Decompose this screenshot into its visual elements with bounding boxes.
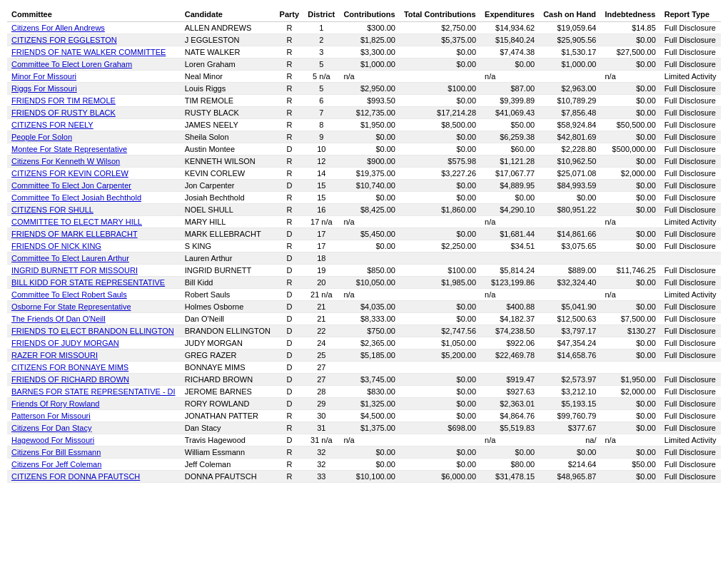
committee-cell[interactable]: BILL KIDD FOR STATE REPRESENTATIVE — [7, 277, 181, 289]
district-cell: 31 n/a — [303, 434, 339, 446]
candidate-cell: MARK ELLEBRACHT — [181, 228, 275, 240]
contributions-cell: $830.00 — [339, 386, 400, 398]
committee-cell[interactable]: FRIENDS FOR TIM REMOLE — [7, 95, 181, 107]
committee-cell[interactable]: FRIENDS OF RICHARD BROWN — [7, 374, 181, 386]
committee-link[interactable]: FRIENDS OF NICK KING — [11, 242, 101, 250]
cash-on-hand-cell: $32,324.40 — [539, 277, 600, 289]
committee-cell[interactable]: Osborne For State Representative — [7, 301, 181, 313]
committee-link[interactable]: FRIENDS TO ELECT BRANDON ELLINGTON — [11, 327, 174, 335]
committee-cell[interactable]: Citizens For Dan Stacy — [7, 422, 181, 434]
table-row: Riggs For MissouriLouis RiggsR5$2,950.00… — [7, 83, 721, 95]
committee-link[interactable]: CITIZENS FOR EGGLESTON — [11, 36, 117, 44]
indebtedness-cell: $0.00 — [600, 58, 659, 71]
committee-cell[interactable]: BARNES FOR STATE REPRESENTATIVE - DI — [7, 386, 181, 398]
cash-on-hand-cell: $25,071.08 — [539, 168, 600, 180]
committee-cell[interactable]: FRIENDS OF NATE WALKER COMMITTEE — [7, 46, 181, 58]
committee-cell[interactable]: FRIENDS OF JUDY MORGAN — [7, 337, 181, 349]
committee-cell[interactable]: Citizens For Allen Andrews — [7, 22, 181, 34]
district-cell: 22 — [303, 325, 339, 337]
table-header-row: Committee Candidate Party District Contr… — [7, 7, 721, 22]
committee-cell[interactable]: People For Solon — [7, 131, 181, 143]
committee-cell[interactable]: CITIZENS FOR EGGLESTON — [7, 34, 181, 46]
committee-cell[interactable]: CITIZENS FOR KEVIN CORLEW — [7, 168, 181, 180]
table-row: Committee To Elect Loren GrahamLoren Gra… — [7, 58, 721, 71]
contributions-cell: $993.50 — [339, 95, 400, 107]
candidate-cell: Loren Graham — [181, 58, 275, 71]
table-row: RAZER FOR MISSOURIGREG RAZERD25$5,185.00… — [7, 349, 721, 362]
district-cell: 18 — [303, 252, 339, 265]
indebtedness-cell: $500,000.00 — [600, 143, 659, 155]
committee-link[interactable]: CITIZENS FOR KEVIN CORLEW — [11, 169, 128, 178]
expenditures-cell: $5,519.83 — [480, 422, 539, 434]
committee-cell[interactable]: Committee To Elect Loren Graham — [7, 58, 181, 71]
committee-cell[interactable]: FRIENDS TO ELECT BRANDON ELLINGTON — [7, 325, 181, 337]
indebtedness-cell: $0.00 — [600, 337, 659, 349]
indebtedness-cell: $7,500.00 — [600, 313, 659, 325]
committee-link[interactable]: INGRID BURNETT FOR MISSOURI — [11, 266, 138, 275]
total-contributions-cell — [400, 71, 480, 83]
committee-cell[interactable]: Citizens For Jeff Coleman — [7, 459, 181, 471]
report-type-cell: Full Disclosure — [660, 325, 721, 337]
committee-cell[interactable]: FRIENDS OF NICK KING — [7, 240, 181, 252]
report-type-cell: Full Disclosure — [660, 83, 721, 95]
committee-cell[interactable]: Patterson For Missouri — [7, 410, 181, 422]
candidate-cell: Travis Hagewood — [181, 434, 275, 446]
committee-link[interactable]: FRIENDS OF MARK ELLEBRACHT — [11, 230, 138, 238]
committee-cell[interactable]: Committee To Elect Lauren Arthur — [7, 252, 181, 265]
committee-cell[interactable]: Montee For State Representative — [7, 143, 181, 155]
cash-on-hand-cell: $889.00 — [539, 265, 600, 277]
committee-cell[interactable]: Citizens For Bill Essmann — [7, 446, 181, 459]
committee-cell[interactable]: RAZER FOR MISSOURI — [7, 349, 181, 362]
committee-link[interactable]: FRIENDS OF RUSTY BLACK — [11, 108, 116, 117]
cash-on-hand-cell — [539, 252, 600, 265]
committee-link[interactable]: Committee To Elect Loren Graham — [11, 60, 132, 68]
total-contributions-cell: $0.00 — [400, 180, 480, 192]
district-cell: 17 — [303, 228, 339, 240]
candidate-cell: S KING — [181, 240, 275, 252]
committee-cell[interactable]: Minor For Missouri — [7, 71, 181, 83]
committee-link[interactable]: COMMITTEE TO ELECT MARY HILL — [11, 218, 142, 226]
total-contributions-cell: $0.00 — [400, 95, 480, 107]
committee-cell[interactable]: CITIZENS FOR SHULL — [7, 204, 181, 216]
party-cell: R — [275, 168, 304, 180]
committee-link[interactable]: CITIZENS FOR NEELY — [11, 121, 93, 129]
committee-cell[interactable]: COMMITTEE TO ELECT MARY HILL — [7, 216, 181, 228]
committee-cell[interactable]: Riggs For Missouri — [7, 83, 181, 95]
committee-link[interactable]: BILL KIDD FOR STATE REPRESENTATIVE — [11, 278, 165, 287]
committee-cell[interactable]: Citizens For Kenneth W Wilson — [7, 155, 181, 168]
committee-cell[interactable]: Committee To Elect Josiah Bechthold — [7, 192, 181, 204]
committee-link[interactable]: FRIENDS FOR TIM REMOLE — [11, 96, 116, 105]
expenditures-cell: $4,290.10 — [480, 204, 539, 216]
committee-cell[interactable]: Committee To Elect Robert Sauls — [7, 289, 181, 301]
committee-cell[interactable]: CITIZENS FOR BONNAYE MIMS — [7, 362, 181, 374]
candidate-cell: MARY HILL — [181, 216, 275, 228]
committee-link[interactable]: RAZER FOR MISSOURI — [11, 351, 98, 359]
committee-cell[interactable]: The Friends Of Dan O'Neill — [7, 313, 181, 325]
committee-link[interactable]: CITIZENS FOR BONNAYE MIMS — [11, 363, 128, 372]
candidate-cell: Neal Minor — [181, 71, 275, 83]
party-cell: R — [275, 216, 304, 228]
committee-cell[interactable]: FRIENDS OF MARK ELLEBRACHT — [7, 228, 181, 240]
committee-cell[interactable]: FRIENDS OF RUSTY BLACK — [7, 107, 181, 119]
contributions-cell: $12,735.00 — [339, 107, 400, 119]
report-type-cell: Full Disclosure — [660, 459, 721, 471]
total-contributions-cell: $1,985.00 — [400, 277, 480, 289]
committee-link[interactable]: CITIZENS FOR SHULL — [11, 205, 93, 214]
committee-cell[interactable]: Committee To Elect Jon Carpenter — [7, 180, 181, 192]
committee-cell[interactable]: CITIZENS FOR NEELY — [7, 119, 181, 131]
committee-link[interactable]: FRIENDS OF JUDY MORGAN — [11, 339, 119, 347]
candidate-cell: INGRID BURNETT — [181, 265, 275, 277]
report-type-cell: Full Disclosure — [660, 386, 721, 398]
committee-link[interactable]: FRIENDS OF RICHARD BROWN — [11, 375, 129, 384]
committee-cell[interactable]: Friends Of Rory Rowland — [7, 398, 181, 410]
committee-link[interactable]: CITIZENS FOR DONNA PFAUTSCH — [11, 472, 140, 481]
committee-cell[interactable]: CITIZENS FOR DONNA PFAUTSCH — [7, 471, 181, 483]
committee-link[interactable]: Citizens For Allen Andrews — [11, 24, 105, 32]
expenditures-cell: $7,474.38 — [480, 46, 539, 58]
committee-link[interactable]: BARNES FOR STATE REPRESENTATIVE - DI — [11, 387, 176, 396]
committee-link[interactable]: FRIENDS OF NATE WALKER COMMITTEE — [11, 48, 166, 56]
district-cell: 21 — [303, 301, 339, 313]
committee-cell[interactable]: INGRID BURNETT FOR MISSOURI — [7, 265, 181, 277]
committee-cell[interactable]: Hagewood For Missouri — [7, 434, 181, 446]
expenditures-cell: $4,182.37 — [480, 313, 539, 325]
